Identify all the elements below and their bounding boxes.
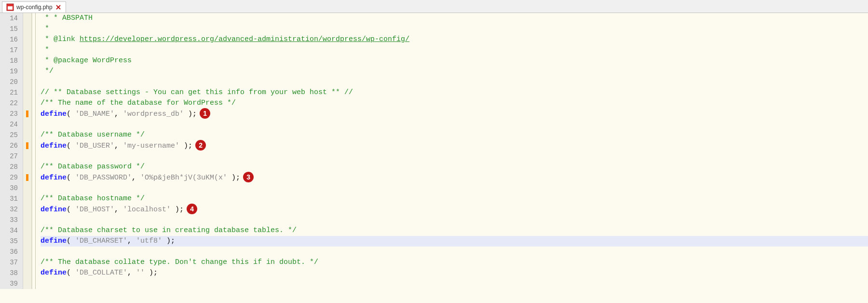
- line-number: 35: [8, 236, 18, 247]
- line-number-gutter: 14 15 16 17 18 19 20 21 22 23 24 25 26 2…: [0, 13, 23, 289]
- annotation-badge: 3: [243, 172, 254, 182]
- string: 'DB_CHARSET': [75, 237, 127, 245]
- annotation-badge: 4: [187, 204, 197, 214]
- line-number: 39: [8, 278, 18, 289]
- line-number: 22: [8, 98, 18, 109]
- line-number: 31: [8, 193, 18, 204]
- line-number: 16: [8, 34, 18, 45]
- file-tab-label: wp-config.php: [16, 4, 53, 11]
- string: 'O%p&jeBh*jV(3uKM(x': [140, 174, 227, 182]
- close-icon[interactable]: [55, 4, 62, 11]
- line-number: 24: [8, 119, 18, 130]
- keyword: define: [41, 174, 67, 182]
- string: 'my-username': [123, 142, 179, 150]
- keyword: define: [41, 206, 67, 214]
- line-number: 37: [8, 257, 18, 268]
- code-text: *: [41, 46, 49, 54]
- string: 'DB_USER': [75, 142, 114, 150]
- string: 'DB_NAME': [75, 110, 114, 118]
- line-number: 30: [8, 183, 18, 193]
- code-editor[interactable]: 14 15 16 17 18 19 20 21 22 23 24 25 26 2…: [0, 13, 868, 289]
- line-number: 25: [8, 130, 18, 140]
- keyword: define: [41, 142, 67, 150]
- code-text: * @package WordPress: [41, 56, 132, 65]
- code-area[interactable]: * * ABSPATH * * @link https://developer.…: [39, 13, 868, 289]
- string: 'wordpress_db': [123, 110, 184, 118]
- code-text: */: [41, 67, 54, 75]
- code-text: * @link: [41, 35, 80, 43]
- line-number: 21: [8, 87, 18, 98]
- annotation-badge: 2: [195, 140, 206, 151]
- line-number: 36: [8, 247, 18, 257]
- svg-rect-2: [8, 5, 13, 6]
- line-number: 26: [8, 140, 18, 151]
- string: 'localhost': [123, 206, 171, 214]
- code-text: /** The name of the database for WordPre…: [41, 99, 236, 107]
- code-text: /** Database username */: [41, 131, 145, 139]
- line-number: 28: [8, 162, 18, 172]
- keyword: define: [41, 237, 67, 245]
- line-number: 34: [8, 225, 18, 236]
- code-text: /** Database password */: [41, 163, 145, 171]
- line-number: 27: [8, 151, 18, 162]
- file-tab[interactable]: wp-config.php: [2, 1, 66, 13]
- doc-link[interactable]: https://developer.wordpress.org/advanced…: [80, 35, 409, 43]
- line-number: 14: [8, 13, 18, 24]
- string: 'DB_COLLATE': [75, 269, 127, 277]
- change-marker-icon: [26, 142, 28, 149]
- line-number: 19: [8, 66, 18, 77]
- annotation-badge: 1: [200, 108, 210, 119]
- line-number: 20: [8, 77, 18, 87]
- line-number: 29: [8, 172, 18, 183]
- string: 'DB_HOST': [75, 206, 114, 214]
- tab-bar: wp-config.php: [0, 0, 868, 13]
- line-number: 32: [8, 204, 18, 215]
- line-number: 38: [8, 268, 18, 278]
- keyword: define: [41, 269, 67, 277]
- code-text: // ** Database settings - You can get th…: [41, 88, 353, 96]
- code-text: /** Database hostname */: [41, 194, 145, 203]
- string: 'DB_PASSWORD': [75, 174, 132, 182]
- string: 'utf8': [136, 237, 162, 245]
- keyword: define: [41, 110, 67, 118]
- code-text: /** The database collate type. Don't cha…: [41, 258, 318, 266]
- change-marker-icon: [26, 110, 28, 117]
- change-marker-icon: [26, 174, 28, 181]
- code-text: /** Database charset to use in creating …: [41, 226, 297, 234]
- line-number: 23: [8, 109, 18, 119]
- code-text: *: [41, 25, 49, 33]
- line-number: 15: [8, 24, 18, 34]
- line-number: 17: [8, 45, 18, 55]
- change-marker-gutter: [23, 13, 32, 289]
- line-number: 33: [8, 215, 18, 225]
- code-text: * * ABSPATH: [41, 14, 93, 22]
- line-number: 18: [8, 55, 18, 66]
- file-modified-icon: [6, 3, 14, 11]
- string: '': [136, 269, 145, 277]
- fold-gutter: [32, 13, 39, 289]
